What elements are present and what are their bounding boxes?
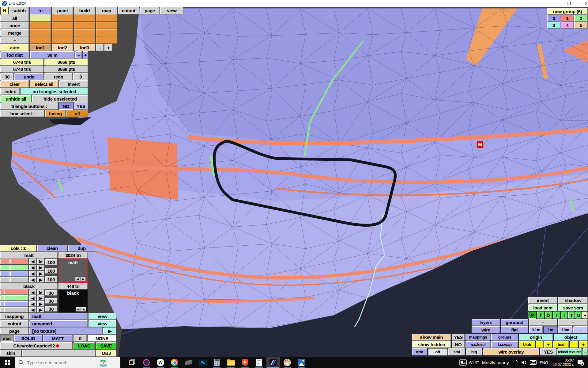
blob-button[interactable]: blob — [519, 341, 535, 348]
dash-button[interactable]: – — [529, 319, 557, 326]
taskbar-app-paint[interactable] — [281, 357, 294, 368]
view-f-button[interactable]: f — [537, 312, 544, 319]
view-l-button[interactable]: l — [561, 312, 567, 319]
tri-grid-cell[interactable] — [96, 36, 117, 44]
triangle-buttons-yes[interactable]: YES — [74, 102, 88, 110]
tri-grid-cell[interactable] — [74, 29, 95, 36]
tri-grid-cell[interactable] — [52, 29, 73, 36]
vehicle-name[interactable]: ChevroletCaprice92 ✱ — [0, 342, 73, 349]
lod-dist-value[interactable]: 30 m — [30, 51, 75, 59]
view-dot-button[interactable]: ● — [582, 312, 588, 319]
show-hidden-label[interactable]: show hidden — [412, 341, 451, 348]
obj-button[interactable]: OBJ — [96, 350, 116, 357]
shadow-button[interactable]: shadow — [558, 297, 588, 304]
clear-button[interactable]: clear — [0, 80, 29, 88]
mapping-view-button[interactable]: view — [89, 313, 116, 320]
tab-map[interactable]: map — [96, 7, 117, 14]
preview-arrow-left[interactable]: ◀ — [75, 277, 80, 281]
scale-dash-button[interactable]: – — [573, 326, 588, 333]
scale-01m-button[interactable]: 0.1m — [529, 326, 543, 333]
grid-label-merge[interactable]: merge — [0, 29, 29, 36]
mat-none-button[interactable]: NONE — [88, 335, 116, 342]
flat-button[interactable]: flat — [501, 326, 528, 333]
reload-textures-button[interactable]: reload textures — [557, 348, 582, 355]
taskbar-app-notepad[interactable] — [252, 357, 266, 368]
arrow-left-button[interactable]: ◀ — [29, 295, 36, 301]
hide-unselected-button[interactable]: hide unselected — [32, 95, 88, 102]
start-button[interactable] — [0, 357, 15, 368]
tray-volume[interactable] — [520, 357, 528, 368]
grid-label-dash[interactable]: – — [0, 36, 29, 44]
arrow-left-button[interactable]: ◀ — [29, 259, 36, 264]
mat-matt-button[interactable]: MATT — [43, 335, 73, 342]
blob-minus-button[interactable]: – — [536, 341, 544, 348]
arrow-right-button[interactable]: ▶ — [37, 307, 44, 312]
tri-grid-cell[interactable] — [74, 22, 95, 29]
group-button-5[interactable]: 5 — [574, 22, 588, 29]
skin-label[interactable]: skin — [0, 350, 21, 357]
taskbar-app-explorer[interactable] — [224, 357, 238, 368]
scale-10m-button[interactable]: 10m — [558, 326, 573, 333]
load-button[interactable]: LOAD — [74, 342, 95, 349]
dash-button[interactable]: – — [558, 319, 588, 326]
scale-1m-button[interactable]: 1m — [544, 326, 557, 333]
black-preview[interactable]: black ◀ ▶ — [58, 289, 88, 312]
tab-cutout[interactable]: cutout — [118, 7, 139, 14]
arrow-left-button[interactable]: ◀ — [29, 271, 36, 277]
value-red[interactable]: 30 — [45, 290, 57, 296]
lod3-button[interactable]: lod3 — [74, 44, 95, 51]
object-button[interactable]: object — [554, 334, 588, 341]
tri-grid-cell[interactable] — [52, 22, 73, 29]
arrow-left-button[interactable]: ◀ — [29, 289, 36, 295]
tab-subob[interactable]: subob — [9, 7, 29, 14]
arrow-right-button[interactable]: ▶ — [37, 271, 44, 277]
view-r-button[interactable]: r — [553, 312, 560, 319]
group-button-3[interactable]: 3 — [547, 22, 560, 29]
reload-dash-button[interactable]: – — [582, 348, 588, 355]
wire-button[interactable]: wire — [472, 326, 500, 333]
origin-button[interactable]: origin — [519, 334, 553, 341]
arrow-right-button[interactable]: ▶ — [37, 259, 44, 264]
skin-value[interactable] — [22, 350, 96, 357]
gouraud-button[interactable]: gouraud — [501, 319, 528, 326]
mapping-value[interactable]: matt — [29, 313, 88, 320]
save-button[interactable]: SAVE — [96, 342, 116, 349]
auto-button[interactable]: auto — [0, 44, 29, 51]
tri-grid-cell[interactable] — [96, 14, 117, 22]
tab-page[interactable]: page — [140, 7, 160, 14]
tri-grid-cell[interactable] — [52, 36, 73, 44]
group-button-0[interactable]: 0 — [547, 15, 560, 22]
lod-dist-minus-button[interactable]: – — [75, 51, 82, 59]
slider-blue[interactable] — [0, 271, 28, 277]
grid-label-all[interactable]: all — [0, 14, 29, 22]
new-group-title[interactable]: new group (6) — [547, 8, 588, 15]
box-select-facing[interactable]: facing — [45, 110, 66, 117]
mat-solid-button[interactable]: SOLID — [14, 335, 42, 342]
page-label[interactable]: page — [0, 328, 29, 335]
search-input[interactable] — [26, 360, 98, 366]
weather-widget[interactable]: 61°F Mostly sunny — [459, 357, 509, 368]
blob-plus-button[interactable]: + — [544, 341, 552, 348]
mappings-button[interactable]: mappings — [466, 334, 491, 341]
arrow-right-button[interactable]: ▶ — [37, 289, 44, 295]
tab-point[interactable]: point — [52, 7, 73, 14]
tri-grid-cell[interactable] — [74, 36, 95, 44]
value-red[interactable]: 100 — [45, 259, 57, 265]
load-scm-button[interactable]: load scm — [528, 304, 557, 311]
page-next-button[interactable]: ▶ — [103, 328, 116, 335]
taskbar-app-steam[interactable] — [182, 357, 195, 368]
nrm-big-button[interactable]: big — [466, 348, 482, 355]
layers-button[interactable]: layers — [472, 319, 500, 326]
preview-arrow-left[interactable]: ◀ — [76, 307, 81, 312]
taskbar-app-brave[interactable] — [238, 357, 252, 368]
viewport-canvas[interactable]: M — [0, 0, 588, 357]
dup-button[interactable]: dup — [68, 245, 95, 252]
cols-button[interactable]: cols : 2 — [0, 245, 36, 252]
task-view-button[interactable] — [126, 357, 139, 368]
view-b-button[interactable]: b — [545, 312, 552, 319]
box-select-all[interactable]: all — [66, 110, 88, 117]
tab-tri[interactable]: tri — [30, 7, 51, 14]
redo-button[interactable]: redo — [44, 73, 73, 80]
value-blue[interactable]: 100 — [45, 276, 57, 282]
text-button[interactable]: text — [553, 341, 569, 348]
